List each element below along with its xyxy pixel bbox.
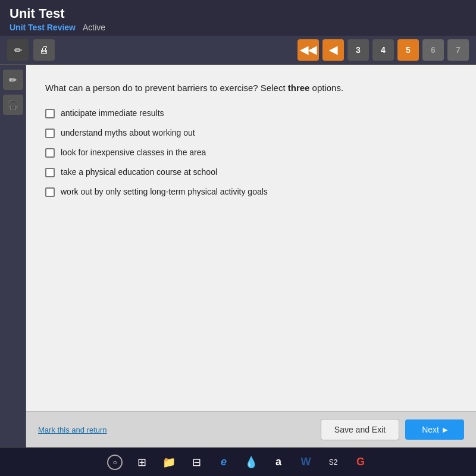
nav-back-all-button[interactable]: ◀◀ [298,39,319,61]
save-exit-button[interactable]: Save and Exit [321,419,399,440]
nav-page-4-button[interactable]: 4 [372,39,394,61]
status-badge: Active [83,23,105,32]
taskbar-word-icon[interactable]: W [298,454,314,471]
header: Unit Test Unit Test Review Active [0,0,476,36]
pencil-side-icon[interactable]: ✏ [3,70,23,90]
option-item-4[interactable]: take a physical education course at scho… [45,167,457,177]
nav-page-6-button[interactable]: 6 [422,39,444,61]
headphone-side-icon[interactable]: 🎧 [3,95,23,115]
taskbar-dropbox-icon[interactable]: 💧 [243,454,259,471]
unit-test-review-link[interactable]: Unit Test Review [10,23,76,32]
option-list: anticipate immediate results understand … [45,108,457,197]
toolbar: ✏ 🖨 ◀◀ ◀ 3 4 5 6 7 [0,36,476,65]
option-label-1: anticipate immediate results [61,108,164,118]
taskbar-g-icon[interactable]: G [352,454,369,471]
edit-icon[interactable]: ✏ [7,39,29,61]
option-item-5[interactable]: work out by only setting long-term physi… [45,187,457,197]
taskbar-windows-icon[interactable]: ⊟ [188,454,205,471]
taskbar-amazon-icon[interactable]: a [270,454,287,471]
main-area: ✏ 🎧 What can a person do to prevent barr… [0,65,476,447]
taskbar-search-icon[interactable]: ○ [107,455,123,470]
option-checkbox-2[interactable] [45,129,55,138]
nav-page-7-button[interactable]: 7 [447,39,469,61]
option-checkbox-4[interactable] [45,168,55,177]
print-icon[interactable]: 🖨 [33,39,55,61]
option-label-4: take a physical education course at scho… [61,167,217,177]
content-area: What can a person do to prevent barriers… [26,65,476,447]
question-text-after: options. [309,83,343,93]
option-item-3[interactable]: look for inexpensive classes in the area [45,148,457,158]
option-item-2[interactable]: understand myths about working out [45,128,457,138]
next-button[interactable]: Next [405,419,464,440]
page-title: Unit Test [10,6,466,21]
question-text-before: What can a person do to prevent barriers… [45,83,288,93]
toolbar-right-nav: ◀◀ ◀ 3 4 5 6 7 [298,39,469,61]
nav-page-3-button[interactable]: 3 [347,39,369,61]
option-label-2: understand myths about working out [61,128,195,137]
toolbar-left-icons: ✏ 🖨 [7,39,55,61]
taskbar-s2-icon[interactable]: S2 [325,454,342,471]
option-label-5: work out by only setting long-term physi… [61,187,268,196]
option-checkbox-3[interactable] [45,148,55,158]
question-box: What can a person do to prevent barriers… [26,65,476,411]
option-checkbox-1[interactable] [45,109,55,118]
header-subtitle-row: Unit Test Review Active [10,23,466,32]
option-checkbox-5[interactable] [45,187,55,197]
nav-page-5-button[interactable]: 5 [397,39,419,61]
taskbar-edge-icon[interactable]: e [215,454,232,471]
taskbar-grid-icon[interactable]: ⊞ [133,454,150,471]
mark-this-return-link[interactable]: Mark this and return [38,425,107,434]
option-item-1[interactable]: anticipate immediate results [45,108,457,118]
option-label-3: look for inexpensive classes in the area [61,148,206,157]
taskbar-folder-icon[interactable]: 📁 [161,454,177,471]
nav-back-one-button[interactable]: ◀ [322,39,344,61]
taskbar: ○ ⊞ 📁 ⊟ e 💧 a W S2 G [0,447,476,476]
footer-buttons: Save and Exit Next [321,419,464,440]
question-text: What can a person do to prevent barriers… [45,82,457,95]
side-panel: ✏ 🎧 [0,65,26,447]
footer-bar: Mark this and return Save and Exit Next [26,411,476,447]
question-emphasis: three [288,83,310,93]
